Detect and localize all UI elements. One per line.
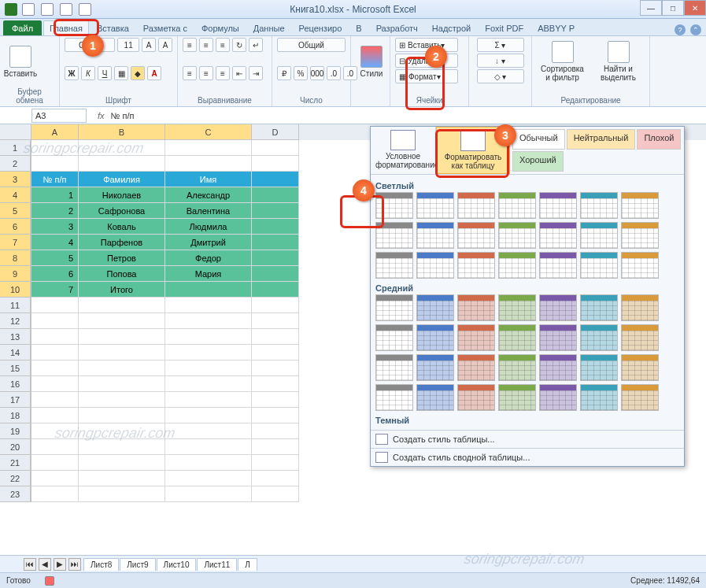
close-button[interactable]: ✕ (684, 0, 706, 16)
cell[interactable]: Фамилия (79, 172, 165, 187)
cell[interactable] (79, 361, 165, 376)
name-box[interactable]: A3 (31, 109, 87, 123)
cell[interactable] (165, 455, 252, 471)
row-header[interactable]: 8 (0, 250, 31, 266)
currency-icon[interactable]: ₽ (277, 66, 291, 80)
cell[interactable]: Сафронова (79, 203, 165, 219)
cell[interactable]: Мария (165, 266, 252, 282)
table-style-swatch[interactable] (621, 384, 659, 411)
tab-data[interactable]: Данные (247, 20, 291, 35)
table-style-swatch[interactable] (375, 222, 413, 249)
find-select-button[interactable]: Найти и выделить (593, 38, 644, 85)
cell[interactable] (165, 486, 252, 502)
row-header[interactable]: 11 (0, 298, 31, 313)
cell[interactable] (79, 329, 165, 345)
row-header[interactable]: 7 (0, 235, 31, 250)
table-style-swatch[interactable] (416, 222, 454, 249)
shrink-font-icon[interactable]: A (158, 38, 172, 52)
align-left-icon[interactable]: ≡ (183, 66, 197, 80)
table-style-swatch[interactable] (457, 384, 495, 411)
align-bot-icon[interactable]: ≡ (216, 38, 230, 52)
cell[interactable]: Валентина (165, 203, 252, 219)
cell[interactable] (31, 361, 79, 376)
cell[interactable] (79, 313, 165, 329)
cell[interactable] (252, 345, 299, 361)
redo-icon[interactable] (60, 3, 72, 16)
cell[interactable]: Попова (79, 266, 165, 282)
row-header[interactable]: 10 (0, 282, 31, 298)
cell[interactable] (31, 329, 79, 345)
table-style-swatch[interactable] (580, 294, 618, 321)
autosum-button[interactable]: Σ ▾ (477, 38, 524, 52)
table-style-swatch[interactable] (457, 252, 495, 279)
ribbon-minimize-icon[interactable]: ⌃ (690, 24, 701, 35)
cell[interactable]: Петров (79, 250, 165, 266)
cell[interactable]: Александр (165, 187, 252, 203)
cell[interactable] (31, 408, 79, 423)
cell[interactable] (252, 140, 299, 156)
new-table-style[interactable]: Создать стиль таблицы... (371, 430, 684, 448)
cell[interactable] (31, 156, 79, 172)
cell[interactable] (79, 486, 165, 502)
align-mid-icon[interactable]: ≡ (199, 38, 213, 52)
row-header[interactable]: 14 (0, 345, 31, 361)
tab-home[interactable]: Главная (43, 20, 89, 35)
cell[interactable] (79, 376, 165, 392)
cell[interactable] (252, 313, 299, 329)
fx-icon[interactable]: fx (98, 111, 105, 120)
table-style-swatch[interactable] (539, 252, 577, 279)
table-style-swatch[interactable] (621, 324, 659, 351)
sheet-tab[interactable]: Лист8 (83, 558, 119, 571)
select-all-corner[interactable] (0, 124, 31, 140)
table-style-swatch[interactable] (457, 324, 495, 351)
cell[interactable] (31, 298, 79, 313)
cell[interactable] (79, 471, 165, 486)
sheet-tab[interactable]: Л (238, 558, 257, 571)
cell[interactable] (31, 140, 79, 156)
cell[interactable] (252, 329, 299, 345)
row-header[interactable]: 19 (0, 423, 31, 439)
table-style-swatch[interactable] (416, 324, 454, 351)
save-icon[interactable] (22, 3, 35, 16)
row-header[interactable]: 1 (0, 140, 31, 156)
cell[interactable] (165, 439, 252, 455)
row-header[interactable]: 22 (0, 471, 31, 486)
tab-nav-prev[interactable]: ◀ (39, 558, 51, 571)
row-header[interactable]: 17 (0, 392, 31, 408)
table-style-swatch[interactable] (498, 222, 536, 249)
row-header[interactable]: 9 (0, 266, 31, 282)
cell[interactable]: Итого (79, 282, 165, 298)
table-style-swatch[interactable] (375, 324, 413, 351)
sort-filter-button[interactable]: Сортировка и фильтр (537, 38, 588, 85)
sheet-tab[interactable]: Лист11 (197, 558, 237, 571)
table-style-swatch[interactable] (621, 252, 659, 279)
table-style-swatch[interactable] (539, 222, 577, 249)
comma-icon[interactable]: 000 (310, 66, 324, 80)
cell[interactable]: № п/п (31, 172, 79, 187)
cell[interactable] (252, 486, 299, 502)
cell-style-normal[interactable]: Обычный (512, 129, 565, 150)
cell[interactable]: Дмитрий (165, 235, 252, 250)
cell[interactable] (79, 455, 165, 471)
cell[interactable]: 1 (31, 187, 79, 203)
cell[interactable] (165, 329, 252, 345)
paste-button[interactable]: Вставить (5, 38, 36, 85)
table-style-swatch[interactable] (498, 384, 536, 411)
cell[interactable] (31, 455, 79, 471)
table-style-swatch[interactable] (539, 384, 577, 411)
cell[interactable] (165, 423, 252, 439)
italic-button[interactable]: К (81, 66, 95, 80)
row-header[interactable]: 4 (0, 187, 31, 203)
col-header-C[interactable]: C (165, 124, 252, 140)
wrap-text-icon[interactable]: ↵ (249, 38, 263, 52)
cell[interactable] (252, 408, 299, 423)
table-style-swatch[interactable] (375, 354, 413, 381)
row-header[interactable]: 23 (0, 486, 31, 502)
tab-foxit[interactable]: Foxit PDF (479, 20, 530, 35)
align-right-icon[interactable]: ≡ (216, 66, 230, 80)
table-style-swatch[interactable] (621, 192, 659, 219)
table-style-swatch[interactable] (621, 354, 659, 381)
border-button[interactable]: ▦ (114, 66, 128, 80)
row-header[interactable]: 16 (0, 376, 31, 392)
cell-style-good[interactable]: Хороший (512, 151, 564, 172)
